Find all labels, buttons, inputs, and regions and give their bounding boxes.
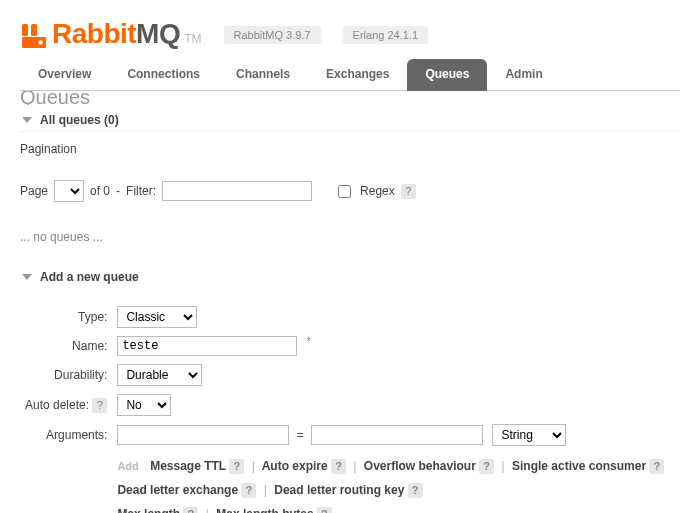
argument-type-select[interactable]: String	[492, 424, 566, 446]
filter-label: Filter:	[126, 184, 156, 198]
add-hint: Add	[117, 460, 138, 472]
durability-label: Durability:	[20, 360, 112, 390]
help-icon[interactable]: ?	[401, 184, 416, 199]
filter-input[interactable]	[162, 181, 312, 201]
durability-select[interactable]: Durable	[117, 364, 202, 386]
help-icon[interactable]: ?	[241, 483, 256, 498]
tab-exchanges[interactable]: Exchanges	[308, 59, 407, 91]
erlang-pill: Erlang 24.1.1	[343, 26, 428, 44]
hint-auto-expire[interactable]: Auto expire	[262, 459, 328, 473]
tm-text: TM	[184, 32, 201, 46]
required-marker: *	[307, 336, 311, 347]
add-queue-title: Add a new queue	[40, 270, 139, 284]
svg-rect-0	[22, 24, 28, 36]
help-icon[interactable]: ?	[408, 483, 423, 498]
help-icon[interactable]: ?	[229, 459, 244, 474]
type-select[interactable]: Classic	[117, 306, 197, 328]
tab-channels[interactable]: Channels	[218, 59, 308, 91]
page-of: of 0	[90, 184, 110, 198]
help-icon[interactable]: ?	[479, 459, 494, 474]
type-label: Type:	[20, 302, 112, 332]
regex-checkbox[interactable]	[338, 185, 351, 198]
arguments-label: Arguments:	[20, 420, 112, 450]
help-icon[interactable]: ?	[317, 507, 332, 513]
regex-label: Regex	[360, 184, 395, 198]
hint-single-active[interactable]: Single active consumer	[512, 459, 646, 473]
header: RabbitMQ TM RabbitMQ 3.9.7 Erlang 24.1.1	[20, 0, 680, 58]
hint-maxlen[interactable]: Max length	[117, 507, 180, 513]
help-icon[interactable]: ?	[649, 459, 664, 474]
version-pill: RabbitMQ 3.9.7	[224, 26, 321, 44]
page-title-cutoff: Queues	[20, 91, 680, 105]
hint-message-ttl[interactable]: Message TTL	[150, 459, 226, 473]
help-icon[interactable]: ?	[92, 398, 107, 413]
autodelete-label: Auto delete:	[25, 398, 89, 412]
autodelete-select[interactable]: No	[117, 394, 171, 416]
equals-sign: =	[293, 428, 308, 442]
svg-point-3	[38, 40, 42, 44]
help-icon[interactable]: ?	[183, 507, 198, 513]
hint-overflow[interactable]: Overflow behaviour	[364, 459, 476, 473]
rabbitmq-icon	[20, 22, 48, 50]
argument-key-input[interactable]	[117, 425, 289, 445]
hint-dlrk[interactable]: Dead letter routing key	[274, 483, 404, 497]
argument-value-input[interactable]	[311, 425, 483, 445]
add-queue-form: Type: Classic Name: * Durability: Durabl…	[20, 302, 669, 513]
name-label: Name:	[20, 332, 112, 360]
hint-dlx[interactable]: Dead letter exchange	[117, 483, 238, 497]
no-queues-text: ... no queues ...	[20, 202, 680, 262]
page-select[interactable]	[54, 180, 84, 202]
tab-overview[interactable]: Overview	[20, 59, 109, 91]
hint-maxlenb[interactable]: Max length bytes	[216, 507, 313, 513]
tab-queues[interactable]: Queues	[407, 59, 487, 91]
logo-text: RabbitMQ	[52, 18, 180, 50]
main-tabs: Overview Connections Channels Exchanges …	[20, 58, 680, 91]
pager-row: Page of 0 - Filter: Regex ?	[20, 180, 680, 202]
help-icon[interactable]: ?	[331, 459, 346, 474]
dash: -	[116, 184, 120, 198]
pagination-heading: Pagination	[20, 132, 680, 180]
page-label: Page	[20, 184, 48, 198]
logo[interactable]: RabbitMQ TM	[20, 18, 202, 50]
chevron-down-icon	[22, 117, 32, 123]
name-input[interactable]	[117, 336, 297, 356]
all-queues-title: All queues (0)	[40, 113, 119, 127]
tab-connections[interactable]: Connections	[109, 59, 218, 91]
tab-admin[interactable]: Admin	[487, 59, 560, 91]
chevron-down-icon	[22, 274, 32, 280]
svg-rect-1	[31, 24, 37, 36]
all-queues-header[interactable]: All queues (0)	[20, 109, 680, 132]
add-queue-header[interactable]: Add a new queue	[20, 266, 680, 288]
